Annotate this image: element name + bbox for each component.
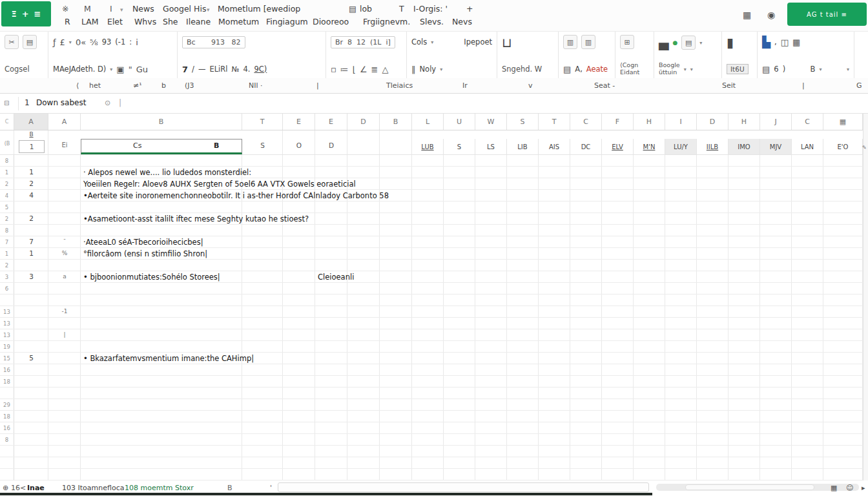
ribbon-tab[interactable]: b	[161, 81, 166, 90]
ribbon-tab[interactable]: Seit	[722, 81, 736, 90]
ribbon-button[interactable]: 9C)	[254, 65, 267, 74]
cell-reference[interactable]: 1	[25, 98, 30, 107]
cell[interactable]: LU/Y	[665, 139, 697, 154]
row-header[interactable]	[0, 294, 14, 305]
cell[interactable]: 1	[19, 140, 45, 153]
ribbon-button[interactable]: )	[783, 65, 786, 74]
chevron-down-icon[interactable]: ▾	[699, 40, 702, 46]
menu-item[interactable]: Ileane	[186, 17, 211, 26]
cell[interactable]: IMO	[728, 139, 760, 154]
ribbon-button[interactable]: —	[198, 65, 206, 74]
cell[interactable]: AIS	[539, 139, 570, 154]
menubar-icon[interactable]: I	[110, 4, 112, 14]
cell[interactable]: •Asametioont-asst italilt iftec mese Seg…	[83, 214, 309, 223]
chevron-down-icon[interactable]: ▾	[207, 6, 210, 13]
row-header[interactable]: 13	[0, 329, 14, 340]
cell[interactable]: Ei	[48, 141, 81, 149]
row-header[interactable]: 8	[0, 434, 14, 445]
menubar-icon[interactable]: M	[84, 4, 91, 14]
row-header[interactable]: (B	[0, 141, 14, 147]
menu-item[interactable]: Nevs	[452, 17, 472, 26]
column-header[interactable]: J	[760, 114, 792, 130]
cell[interactable]: 1	[14, 249, 48, 257]
column-header[interactable]: I	[665, 114, 697, 130]
column-header[interactable]: B	[380, 114, 412, 130]
chevron-down-icon[interactable]: ▾	[820, 67, 822, 72]
chevron-down-icon[interactable]: ▾	[431, 39, 433, 45]
cell[interactable]: E'O	[823, 139, 863, 154]
chevron-down-icon[interactable]: ▾	[110, 67, 112, 72]
menu-item[interactable]: R	[65, 17, 70, 26]
ribbon-icon[interactable]: £	[60, 37, 65, 47]
cell[interactable]: IILB	[697, 139, 728, 154]
cell[interactable]: LAN	[792, 139, 823, 154]
menu-item[interactable]: Diooreoo	[313, 17, 349, 26]
cell[interactable]: -1	[48, 308, 81, 315]
ribbon-button[interactable]: Ipepoet	[464, 37, 492, 46]
ribbon-button[interactable]: №	[231, 65, 239, 74]
column-header[interactable]: L	[412, 114, 444, 130]
column-header[interactable]: T	[539, 114, 570, 130]
ribbon-button[interactable]: It6U	[727, 64, 749, 74]
menu-item[interactable]: Mometum	[218, 17, 259, 26]
cell[interactable]: M'N	[634, 139, 665, 154]
ribbon-button[interactable]: 93	[102, 37, 112, 46]
cell[interactable]: 7	[14, 238, 48, 245]
cell[interactable]: 3	[14, 273, 48, 280]
ribbon-tab[interactable]: NIl ·	[249, 81, 263, 90]
ribbon-tab[interactable]: het	[89, 81, 101, 90]
column-header[interactable]: S	[507, 114, 539, 130]
vertical-scrollbar[interactable]: ✎	[863, 114, 868, 480]
scroll-track[interactable]	[278, 482, 649, 492]
column-header[interactable]: E	[315, 114, 347, 130]
column-header[interactable]: U	[444, 114, 475, 130]
row-header[interactable]: 15	[0, 353, 14, 364]
cell[interactable]: • Bkazarfatemvsmentium imane:the CAHimp|	[83, 354, 254, 363]
ribbon-tab[interactable]: ≠¹	[133, 81, 142, 90]
row-header[interactable]: 16	[0, 364, 14, 375]
ribbon-tab[interactable]: G	[856, 81, 862, 90]
ribbon-icon[interactable]: Gu	[136, 65, 148, 74]
ribbon-button[interactable]: ELiRl	[209, 65, 227, 74]
row-header[interactable]: 19	[0, 341, 14, 352]
column-header[interactable]: C	[570, 114, 602, 130]
cell[interactable]: 1	[14, 168, 48, 176]
column-header[interactable]: T	[242, 114, 283, 130]
ribbon-button[interactable]: Aeate	[586, 65, 608, 74]
column-header[interactable]: A	[48, 114, 81, 130]
ribbon-icon[interactable]: 0«	[76, 37, 86, 47]
row-header[interactable]: 8	[0, 225, 14, 236]
menubar-icon[interactable]: ▤	[349, 4, 356, 14]
column-header[interactable]: C	[792, 114, 823, 130]
ribbon-button[interactable]: 7	[182, 65, 188, 74]
row-header[interactable]: 18	[0, 411, 14, 422]
user-icon[interactable]: ☺	[846, 484, 853, 492]
ribbon-icon[interactable]: ⊞	[620, 35, 634, 49]
column-header[interactable]: D	[697, 114, 728, 130]
ribbon-button[interactable]: /	[192, 65, 194, 74]
row-header[interactable]	[0, 457, 14, 468]
ribbon-button[interactable]: Br 8 12 (1L i]	[331, 36, 395, 48]
expand-icon[interactable]: ▸	[862, 484, 865, 492]
row-header[interactable]: 1	[0, 248, 14, 259]
ribbon-icon[interactable]: ▫	[331, 65, 336, 74]
row-header[interactable]: 2	[0, 260, 14, 271]
cell[interactable]: 5	[14, 354, 48, 362]
column-header[interactable]: H	[634, 114, 665, 130]
ribbon-tab[interactable]: |	[316, 81, 319, 90]
ribbon-icon[interactable]: △	[382, 65, 388, 74]
row-header[interactable]: 13	[0, 306, 14, 317]
sheet-name-label[interactable]: Down sabest	[36, 98, 86, 107]
cell[interactable]: S	[444, 139, 475, 154]
ribbon-icon[interactable]: ⌊	[353, 65, 356, 74]
cell[interactable]: •Aerteite site inoronemenchonneobotilr. …	[83, 191, 389, 200]
ribbon-tab[interactable]: ⟨	[76, 81, 79, 90]
ribbon-tab[interactable]: Seat -	[594, 81, 615, 90]
cell[interactable]: °filorcâom (ensi n stimfilio Shron|	[83, 249, 207, 258]
cell[interactable]: ·AteeaL0 séA-Tbecorioihecicbes|	[83, 238, 203, 247]
row-header[interactable]: 8	[0, 155, 14, 166]
ribbon-icon[interactable]: ▙	[762, 36, 770, 48]
grid-view-icon[interactable]: ▦	[743, 10, 751, 20]
sheet-tab-active[interactable]: Inae	[27, 484, 45, 492]
cell[interactable]: a	[48, 273, 81, 280]
